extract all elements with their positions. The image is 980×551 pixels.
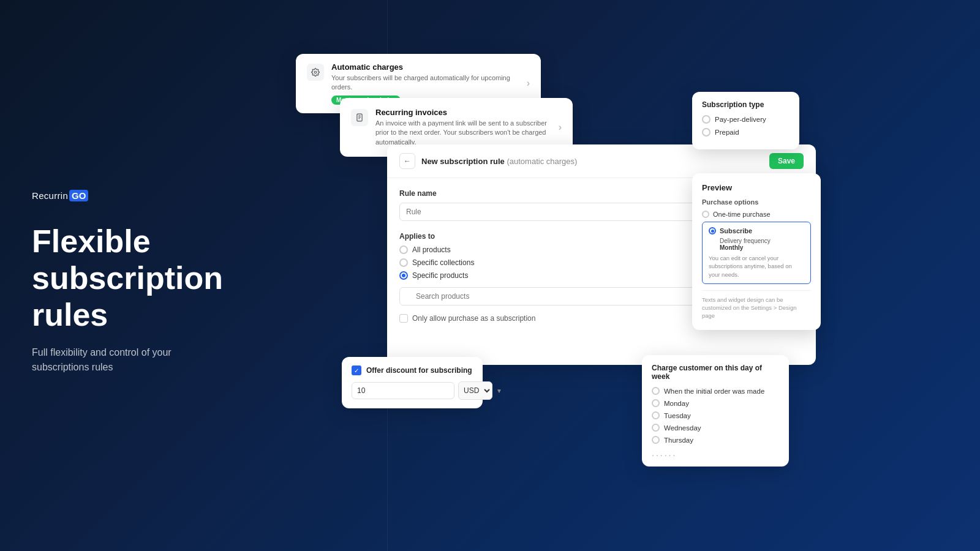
card-subscription-type: Subscription type Pay-per-delivery Prepa… [692,92,799,149]
logo-text-before: Recurrin [32,190,68,201]
card-offer-discount: ✓ Offer discount for subscribing USD EUR… [342,357,483,408]
preview-footer: Texts and widget design can be customize… [702,290,811,320]
charge-tuesday-option[interactable]: Tuesday [652,411,779,419]
search-products-input[interactable] [399,287,728,305]
save-button[interactable]: Save [769,153,804,169]
recurring-invoices-content: Recurring invoices An invoice with a pay… [375,108,551,147]
purchase-options-label: Purchase options [702,198,811,206]
discount-header: ✓ Offer discount for subscribing [352,365,473,375]
chevron-right-icon: › [527,78,530,89]
subscribe-selected-box: Subscribe Delivery frequency Monthly You… [702,222,811,284]
left-content: RecurrinGO Flexible subscription rules F… [32,190,228,375]
automatic-charges-title: Automatic charges [331,62,519,72]
card-charge-day: Charge customer on this day of week When… [642,355,789,467]
radio-circle-collections [399,258,408,267]
currency-select[interactable]: USD EUR GBP [458,381,492,400]
header-left: ← New subscription rule (automatic charg… [399,153,577,169]
more-days-indicator: ...... [652,448,779,458]
radio-circle-products [399,271,408,280]
logo: RecurrinGO [32,190,228,201]
radio-one-time [702,211,709,218]
chevron-right-icon-2: › [559,122,562,133]
radio-circle-all [399,246,408,254]
search-wrapper: 🔍 [399,287,728,305]
recurring-invoices-title: Recurring invoices [375,108,551,117]
recurring-invoices-desc: An invoice with a payment link will be s… [375,119,551,147]
discount-value-input[interactable] [352,382,454,399]
invoice-icon [351,109,368,126]
delivery-freq-label: Delivery frequency [720,238,804,244]
page-title: New subscription rule (automatic charges… [421,157,577,166]
prepaid-option[interactable]: Prepaid [702,128,790,137]
radio-tuesday [652,411,660,419]
hero-title: Flexible subscription rules [32,223,228,333]
radio-initial-order [652,387,660,395]
one-time-purchase-option[interactable]: One-time purchase [702,211,811,218]
hero-subtitle: Full flexibility and control of your sub… [32,345,222,375]
subscribe-option[interactable]: Subscribe [709,227,804,234]
charge-initial-order-option[interactable]: When the initial order was made [652,387,779,395]
card-preview: Preview Purchase options One-time purcha… [692,173,821,330]
discount-title: Offer discount for subscribing [366,366,472,375]
radio-monday [652,399,660,407]
charge-thursday-option[interactable]: Thursday [652,436,779,444]
page-title-subtitle: (automatic charges) [507,157,577,166]
discount-input-row: USD EUR GBP ▼ [352,381,473,400]
back-button[interactable]: ← [399,153,415,169]
radio-wednesday [652,424,660,432]
charge-day-title: Charge customer on this day of week [652,364,779,381]
radio-thursday [652,436,660,444]
checkmark-icon: ✓ [354,367,359,374]
svg-point-0 [314,71,317,73]
dropdown-arrow-icon: ▼ [496,388,502,394]
back-arrow-icon: ← [404,157,411,165]
preview-title: Preview [702,183,811,192]
discount-checkbox-checked[interactable]: ✓ [352,365,361,375]
charge-wednesday-option[interactable]: Wednesday [652,424,779,432]
gear-icon [307,64,324,81]
radio-pay-per-delivery [702,115,710,124]
charge-monday-option[interactable]: Monday [652,399,779,407]
pay-per-delivery-option[interactable]: Pay-per-delivery [702,115,790,124]
logo-highlight: GO [69,190,88,201]
radio-subscribe [709,227,716,234]
delivery-freq-value: Monthly [720,244,804,251]
subtype-title: Subscription type [702,100,790,109]
automatic-charges-desc: Your subscribers will be charged automat… [331,73,519,92]
preview-note: You can edit or cancel your subscription… [709,254,804,279]
checkbox-box [399,314,408,323]
radio-prepaid [702,128,710,137]
